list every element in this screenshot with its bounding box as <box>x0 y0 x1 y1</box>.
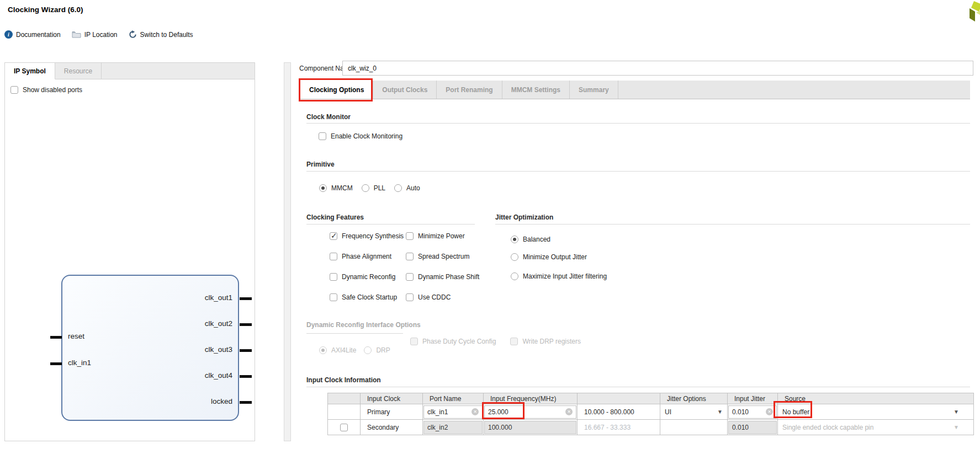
primitive-option-auto[interactable]: Auto <box>394 184 420 192</box>
balanced-option[interactable]: Balanced <box>511 236 550 243</box>
dynamic-reconfig-option[interactable]: Dynamic Reconfig <box>330 273 395 281</box>
minimize-power-option[interactable]: Minimize Power <box>406 232 465 240</box>
component-name-input[interactable]: clk_wiz_0 <box>342 61 973 76</box>
primitive-option-mmcm[interactable]: MMCM <box>319 184 353 192</box>
jitter-optimization-header: Jitter Optimization <box>495 213 553 221</box>
info-icon: i <box>4 30 13 39</box>
write-drp-registers-option: Write DRP registers <box>510 338 581 345</box>
show-disabled-ports-label: Show disabled ports <box>23 86 82 94</box>
secondary-source-value: Single ended clock capable pin <box>782 424 873 431</box>
minimize-output-jitter-option[interactable]: Minimize Output Jitter <box>511 253 587 261</box>
phase-alignment-option[interactable]: Phase Alignment <box>330 253 391 260</box>
spread-spectrum-option[interactable]: Spread Spectrum <box>406 253 469 260</box>
input-clock-information-header: Input Clock Information <box>306 376 381 384</box>
xilinx-logo-icon <box>967 1 980 25</box>
frequency-synthesis-option[interactable]: Frequency Synthesis <box>330 232 404 240</box>
secondary-row-label: Secondary <box>361 424 422 431</box>
secondary-enable-checkbox[interactable] <box>340 424 348 431</box>
tab-output-clocks[interactable]: Output Clocks <box>373 81 437 99</box>
ip-location-button[interactable]: IP Location <box>72 31 118 39</box>
use-cddc-option[interactable]: Use CDDC <box>406 293 451 301</box>
dynamic-reconfig-underline <box>306 333 403 334</box>
safe-clock-startup-checkbox <box>330 293 337 301</box>
minimize-output-jitter-label: Minimize Output Jitter <box>523 253 587 261</box>
tab-clocking-options[interactable]: Clocking Options <box>300 81 373 99</box>
xilinx-logo <box>967 1 980 25</box>
clock-monitor-underline <box>306 123 970 124</box>
tab-port-renaming[interactable]: Port Renaming <box>437 81 502 99</box>
drp-radio <box>364 346 372 354</box>
dynamic-phase-shift-label: Dynamic Phase Shift <box>418 273 479 281</box>
dynamic-phase-shift-checkbox <box>406 273 414 281</box>
clear-icon[interactable] <box>565 408 573 415</box>
axi4lite-label: AXI4Lite <box>331 346 356 354</box>
vertical-scrollbar[interactable] <box>284 62 291 441</box>
tab-output-clocks-label: Output Clocks <box>382 86 427 94</box>
primary-port-name-input[interactable]: clk_in1 <box>423 405 483 419</box>
minimize-power-checkbox <box>406 232 414 240</box>
col-input-frequency: Input Frequency(MHz) <box>484 393 578 404</box>
port-label-clk-out4: clk_out4 <box>171 371 232 380</box>
secondary-freq-range: 16.667 - 33.333 <box>578 424 660 431</box>
input-clock-information-underline <box>306 387 970 387</box>
tab-resource[interactable]: Resource <box>55 63 102 79</box>
axi4lite-radio <box>319 346 327 354</box>
secondary-input-jitter-value: 0.010 <box>732 424 749 431</box>
primary-source-value: No buffer <box>782 408 809 416</box>
tab-mmcm-settings[interactable]: MMCM Settings <box>502 81 570 99</box>
chevron-down-icon: ▼ <box>953 424 959 430</box>
balanced-radio <box>511 236 518 243</box>
clocking-features-underline <box>306 224 475 225</box>
port-stub-clk-in1 <box>50 362 62 365</box>
maximize-input-jitter-filtering-radio <box>511 272 518 280</box>
frequency-synthesis-label: Frequency Synthesis <box>342 232 404 240</box>
secondary-input-frequency-input: 100.000 <box>484 421 576 434</box>
documentation-button[interactable]: i Documentation <box>4 30 61 39</box>
ip-symbol-panel: IP Symbol Resource Show disabled ports r… <box>4 62 255 441</box>
phase-alignment-label: Phase Alignment <box>342 253 391 260</box>
tab-ip-symbol-label: IP Symbol <box>14 67 46 75</box>
tab-summary[interactable]: Summary <box>570 81 618 99</box>
dynamic-phase-shift-option[interactable]: Dynamic Phase Shift <box>406 273 479 281</box>
port-stub-clk-out3 <box>240 349 252 352</box>
tab-summary-label: Summary <box>579 86 609 94</box>
mmcm-radio <box>319 184 327 192</box>
clear-icon[interactable] <box>472 408 479 415</box>
primary-source-dropdown[interactable]: No buffer ▼ <box>778 404 973 419</box>
toolbar: i Documentation IP Location Switch to De… <box>4 30 193 39</box>
phase-duty-cycle-config-checkbox <box>410 338 418 345</box>
tab-mmcm-settings-label: MMCM Settings <box>511 86 560 94</box>
table-header-row: Input Clock Port Name Input Frequency(MH… <box>328 393 974 404</box>
primary-jitter-options-value: UI <box>665 408 671 416</box>
drp-option: DRP <box>364 346 390 354</box>
secondary-port-name-input: clk_in2 <box>423 421 483 434</box>
use-cddc-label: Use CDDC <box>418 293 451 301</box>
spread-spectrum-label: Spread Spectrum <box>418 253 469 260</box>
col-jitter-options: Jitter Options <box>660 393 728 404</box>
switch-to-defaults-label: Switch to Defaults <box>140 31 193 39</box>
input-clock-table: Input Clock Port Name Input Frequency(MH… <box>327 393 974 435</box>
tab-clocking-options-label: Clocking Options <box>309 86 364 94</box>
jitter-optimization-underline <box>495 224 970 225</box>
primary-input-jitter-input[interactable]: 0.010 <box>728 405 777 419</box>
primary-select-cell <box>328 404 361 420</box>
clear-icon[interactable] <box>766 408 773 415</box>
secondary-input-jitter-input: 0.010 <box>728 421 777 434</box>
enable-clock-monitoring-option: Enable Clock Monitoring <box>319 132 402 140</box>
primitive-option-pll[interactable]: PLL <box>362 184 385 192</box>
port-label-clk-out1: clk_out1 <box>171 293 232 302</box>
tab-ip-symbol[interactable]: IP Symbol <box>5 63 55 79</box>
enable-clock-monitoring-checkbox[interactable] <box>319 132 326 140</box>
primary-jitter-options-dropdown[interactable]: UI ▼ <box>660 404 727 419</box>
col-input-jitter: Input Jitter <box>728 393 778 404</box>
show-disabled-ports-checkbox[interactable] <box>10 86 18 94</box>
primary-input-frequency-input[interactable]: 25.000 <box>484 405 576 419</box>
switch-to-defaults-button[interactable]: Switch to Defaults <box>129 30 193 39</box>
auto-label: Auto <box>406 184 420 192</box>
table-row-primary: Primary clk_in1 25.000 10.000 - 800.000 … <box>328 404 974 420</box>
safe-clock-startup-option[interactable]: Safe Clock Startup <box>330 293 397 301</box>
safe-clock-startup-label: Safe Clock Startup <box>342 293 397 301</box>
left-panel-tabs: IP Symbol Resource <box>5 63 255 79</box>
mmcm-label: MMCM <box>331 184 353 192</box>
maximize-input-jitter-filtering-option[interactable]: Maximize Input Jitter filtering <box>511 272 607 280</box>
